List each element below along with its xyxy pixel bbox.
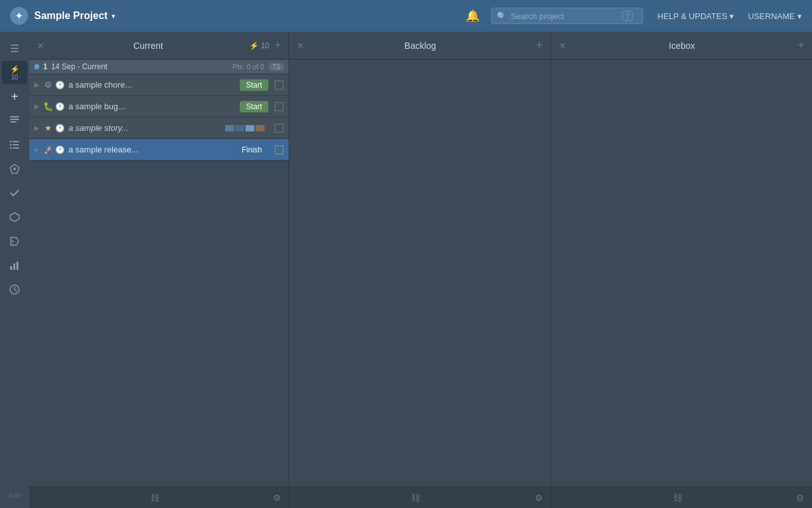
notification-bell[interactable]: 🔔	[466, 9, 480, 23]
add-icon: +	[11, 90, 18, 104]
search-input[interactable]	[511, 11, 619, 21]
release-clock: 🕐	[55, 145, 65, 154]
done-icon	[9, 187, 20, 199]
svg-point-11	[12, 241, 14, 243]
story-row-release: ▶ 🚀 🕐 a sample release... Finish	[29, 139, 289, 161]
chore-actions: Start	[240, 79, 284, 91]
story-actions	[225, 124, 284, 133]
story-checkbox[interactable]	[275, 124, 284, 133]
story-title: a sample story...	[69, 123, 225, 133]
sidebar-item-epics[interactable]	[2, 157, 27, 180]
chore-checkbox[interactable]	[275, 81, 284, 90]
svg-rect-0	[10, 116, 19, 117]
release-actions: Finish	[235, 144, 284, 156]
blockers-icon	[9, 211, 20, 223]
board-icebox-title: Icebox	[572, 41, 793, 51]
current-count-icon: ⚡	[249, 41, 259, 50]
svg-point-3	[10, 141, 12, 143]
svg-rect-4	[13, 141, 19, 142]
help-updates-button[interactable]: HELP & UPDATES ▾	[657, 11, 734, 21]
sidebar-item-add[interactable]: +	[2, 85, 27, 108]
board-icebox-link-button[interactable]: ⛓	[673, 493, 682, 503]
sprint-ts: TS	[269, 63, 284, 71]
board-icebox-footer: ⛓ ⚙	[551, 486, 813, 508]
story-expand[interactable]: ▶	[34, 124, 41, 131]
username-button[interactable]: USERNAME ▾	[748, 11, 802, 21]
board-current-gear-button[interactable]: ⚙	[273, 493, 281, 503]
board-backlog-gear-button[interactable]: ⚙	[535, 493, 543, 503]
board-current-title: Current	[49, 41, 247, 51]
board-current-close[interactable]: ✕	[37, 41, 44, 51]
labels-icon	[9, 236, 20, 247]
current-count-value: 10	[261, 41, 269, 50]
bug-checkbox[interactable]	[275, 102, 284, 111]
release-finish-button[interactable]: Finish	[235, 144, 268, 156]
sidebar-item-history[interactable]	[2, 278, 27, 301]
chore-expand[interactable]: ▶	[34, 81, 41, 88]
story-type-icon: ★	[43, 123, 53, 133]
board-icebox: ✕ Icebox + ⛓ ⚙	[551, 32, 813, 508]
board-icebox-close[interactable]: ✕	[559, 41, 566, 51]
sidebar-item-velocity[interactable]: ⚡ 10	[2, 61, 27, 84]
bug-actions: Start	[240, 101, 284, 112]
sidebar-item-done[interactable]	[2, 182, 27, 204]
release-expand[interactable]: ▶	[34, 146, 41, 153]
board-backlog-title: Backlog	[310, 41, 531, 51]
auto-label: Auto	[8, 492, 22, 503]
board-icebox-gear-button[interactable]: ⚙	[796, 493, 804, 503]
bug-start-button[interactable]: Start	[240, 101, 268, 112]
sidebar: ☰ ⚡ 10 + Auto	[0, 32, 29, 508]
board-current-body: 1 14 Sep - Current Pts: 0 of 0 TS ▶ ⚙ 🕐 …	[29, 60, 289, 486]
sprint-pts: Pts: 0 of 0	[233, 63, 265, 70]
chore-title: a sample chore...	[69, 80, 240, 90]
stories-icon	[9, 115, 20, 126]
project-title[interactable]: Sample Project ▾	[34, 10, 115, 22]
board-current-count: ⚡ 10	[249, 41, 269, 50]
bug-expand[interactable]: ▶	[34, 103, 41, 110]
svg-rect-8	[13, 147, 19, 149]
sidebar-item-blockers[interactable]	[2, 206, 27, 229]
story-clock: 🕐	[55, 124, 65, 133]
bug-type-icon: 🐛	[43, 102, 53, 111]
board-current-link-button[interactable]: ⛓	[150, 493, 159, 503]
project-name: Sample Project	[34, 10, 108, 22]
story-row-story: ▶ ★ 🕐 a sample story...	[29, 117, 289, 139]
sidebar-item-labels[interactable]	[2, 230, 27, 253]
sidebar-hamburger[interactable]: ☰	[2, 37, 27, 60]
story-row-chore: ▶ ⚙ 🕐 a sample chore... Start	[29, 74, 289, 96]
priority-low-icon[interactable]	[225, 125, 234, 131]
board-backlog-header: ✕ Backlog +	[289, 32, 551, 60]
chore-clock: 🕐	[55, 81, 65, 90]
sidebar-item-list[interactable]	[2, 133, 27, 156]
priority-med-icon[interactable]	[235, 125, 244, 131]
svg-rect-6	[13, 144, 19, 145]
board-backlog-close[interactable]: ✕	[297, 41, 304, 51]
board-current-footer: ⛓ ⚙	[29, 486, 289, 508]
board-backlog-add[interactable]: +	[536, 39, 543, 52]
search-icon: 🔍	[497, 11, 507, 21]
svg-rect-1	[10, 119, 19, 120]
board-icebox-add[interactable]: +	[797, 39, 804, 52]
board-backlog-footer: ⛓ ⚙	[289, 486, 551, 508]
svg-rect-14	[16, 262, 18, 270]
search-bar: 🔍 ?	[491, 8, 643, 24]
bug-clock: 🕐	[55, 102, 65, 111]
release-checkbox[interactable]	[275, 145, 284, 154]
release-title: a sample release...	[69, 145, 235, 154]
board-current: ✕ Current ⚡ 10 + 1 14 Sep - Current Pts:…	[29, 32, 289, 508]
board-backlog-link-button[interactable]: ⛓	[411, 493, 420, 503]
sidebar-item-stories[interactable]	[2, 109, 27, 132]
chore-start-button[interactable]: Start	[240, 79, 268, 91]
search-help-button[interactable]: ?	[622, 11, 632, 21]
board-backlog: ✕ Backlog + ⛓ ⚙	[289, 32, 551, 508]
boards-container: ✕ Current ⚡ 10 + 1 14 Sep - Current Pts:…	[29, 32, 812, 508]
svg-point-10	[13, 168, 16, 170]
priority-alt-icon[interactable]	[256, 125, 265, 131]
board-current-add[interactable]: +	[274, 39, 281, 52]
sidebar-item-analytics[interactable]	[2, 254, 27, 277]
sprint-number: 1	[43, 62, 48, 71]
priority-high-icon[interactable]	[246, 125, 254, 131]
chore-type-icon: ⚙	[43, 80, 53, 90]
list-icon	[9, 139, 20, 150]
velocity-count: 10	[11, 74, 18, 81]
